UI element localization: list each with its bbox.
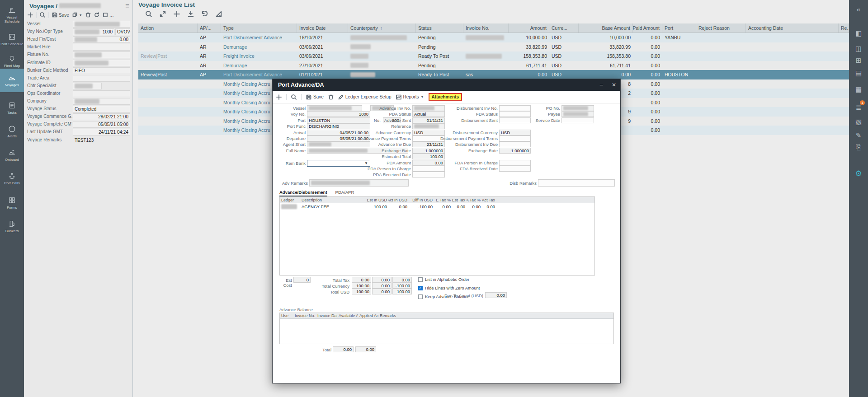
column-header-apar[interactable]: AP/... xyxy=(198,23,221,33)
invoice-type-link[interactable]: Demurrage xyxy=(223,63,247,68)
field-fda-received-date-input[interactable] xyxy=(499,166,531,172)
field-value[interactable]: Completed xyxy=(73,106,130,112)
voyages-toolbar-plus-button[interactable] xyxy=(28,12,33,18)
column-header-invoice_date[interactable]: Invoice Date xyxy=(297,23,348,33)
voyages-toolbar-layers-button[interactable]: ▼ xyxy=(72,12,82,18)
due-to-agent-input[interactable]: 0.00 xyxy=(485,292,507,298)
field-value[interactable] xyxy=(73,60,130,66)
column-header-status[interactable]: Status xyxy=(416,23,463,33)
settings-gear-icon[interactable]: ⚙ xyxy=(849,168,868,179)
invoice-type-link[interactable]: Monthly Closing Accru xyxy=(223,127,270,133)
invoice-toolbar-undo-button[interactable] xyxy=(202,11,208,17)
table-row[interactable]: ARDemurrage27/10/2021Pending61,711.41USD… xyxy=(138,61,849,70)
field-value[interactable]: 05/05/21 05:00 xyxy=(73,121,130,128)
field-value[interactable]: 1000 xyxy=(73,28,114,35)
column-header-reject_reason[interactable]: Reject Reason xyxy=(696,23,746,33)
dialog-toolbar-reports-button[interactable]: Reports▼ xyxy=(396,94,424,100)
table-row[interactable]: ARDemurrage03/06/2021Pending33,820.99USD… xyxy=(138,42,849,52)
dashboard-icon[interactable]: ⊞ xyxy=(849,55,868,66)
voyages-toolbar-save-button[interactable]: Save xyxy=(52,12,69,18)
close-button[interactable]: ✕ xyxy=(608,82,620,88)
invoice-toolbar-ruler-button[interactable] xyxy=(216,11,222,17)
report-icon[interactable]: ▤ xyxy=(849,68,868,79)
invoice-toolbar-resize-button[interactable] xyxy=(160,11,166,17)
voyages-toolbar-search-button[interactable] xyxy=(40,12,45,18)
tasks-badge-icon[interactable]: ≣1 xyxy=(849,102,868,113)
field-pda-received-date-input[interactable] xyxy=(412,172,445,177)
dialog-toolbar-save-button[interactable]: Save xyxy=(306,94,324,100)
analytics-icon[interactable]: ◫ xyxy=(849,43,868,54)
field-reference-input[interactable] xyxy=(412,123,445,129)
documents-icon[interactable]: ▧ xyxy=(849,117,868,127)
voyages-toolbar-trash-button[interactable] xyxy=(85,12,91,18)
field-value[interactable] xyxy=(73,51,130,58)
voyages-toolbar-refresh-button[interactable] xyxy=(94,12,99,18)
field-service-date-input[interactable] xyxy=(561,117,594,123)
tab-advance-disbursement[interactable]: Advance/Disbursement xyxy=(279,190,327,196)
sidebar-item-port-calls[interactable]: Port Calls xyxy=(0,167,24,190)
dialog-toolbar-trash-button[interactable] xyxy=(328,94,334,100)
sidebar-item-bunkers[interactable]: Bunkers xyxy=(0,215,24,238)
column-header-counterparty[interactable]: Counterparty↑ xyxy=(348,23,416,33)
column-header-paid_amount[interactable]: Paid Amount xyxy=(633,23,662,33)
field-disbursement-payment-terms-input[interactable] xyxy=(499,135,531,141)
invoice-type-link[interactable]: Monthly Closing Accru xyxy=(223,118,270,124)
dialog-toolbar-attachments-button[interactable]: Attachments xyxy=(429,93,462,101)
table-row[interactable]: APPort Disbursement Advance18/10/2021Pen… xyxy=(138,33,849,42)
column-header-invoice_no[interactable]: Invoice No. xyxy=(463,23,509,33)
field-value[interactable]: 0.00 xyxy=(73,36,130,43)
field-value[interactable] xyxy=(73,90,130,97)
table-icon[interactable]: ▦ xyxy=(849,84,868,95)
field-value[interactable]: FIFO xyxy=(73,67,130,74)
column-header-action[interactable]: Action xyxy=(138,23,198,33)
field-value[interactable] xyxy=(73,21,130,28)
ledger-row[interactable]: AGENCY FEE100.000.00-100.000.000.000.000… xyxy=(280,203,594,210)
collapse-panel-icon[interactable]: « xyxy=(849,4,868,14)
field-po-no--input[interactable] xyxy=(561,105,594,111)
field-exchange-rate-input[interactable]: 1.000000 xyxy=(499,148,531,154)
dialog-toolbar-ledger-expense-setup-button[interactable]: Ledger Expense Setup xyxy=(338,94,392,100)
invoice-type-link[interactable]: Port Disbursement Advance xyxy=(223,72,282,77)
menu-icon[interactable]: ≡ xyxy=(125,2,129,9)
dialog-toolbar-search-button[interactable] xyxy=(291,94,297,100)
field-value[interactable]: TEST123 xyxy=(73,137,130,144)
field-value[interactable]: 28/02/21 21:00 xyxy=(73,113,130,120)
adv-remarks-input[interactable] xyxy=(309,179,409,187)
field-payee-input[interactable] xyxy=(561,111,594,117)
field-value[interactable]: 24/11/21 04:24 xyxy=(73,129,130,135)
rem-bank-select[interactable]: ▼ xyxy=(307,160,370,167)
field-disbursement-inv-due-input[interactable] xyxy=(499,141,531,147)
sidebar-item-vessel-schedule[interactable]: Vessel Schedule xyxy=(0,4,24,26)
copy-icon[interactable]: ⎘ xyxy=(849,142,868,153)
sidebar-item-voyages[interactable]: Voyages xyxy=(0,69,24,92)
sidebar-item-port-schedule[interactable]: Port Schedule xyxy=(0,28,24,51)
column-header-base_amount[interactable]: Base Amount xyxy=(579,23,633,33)
invoice-toolbar-download-button[interactable] xyxy=(188,11,194,17)
est-cost-input[interactable]: 0 xyxy=(293,277,311,283)
field-value[interactable] xyxy=(73,75,130,82)
invoice-type-link[interactable]: Monthly Closing Accru xyxy=(223,109,270,114)
field-value[interactable] xyxy=(73,44,130,51)
action-link-post[interactable]: Post xyxy=(157,72,167,77)
column-header-currency[interactable]: Curre... xyxy=(549,23,579,33)
column-header-re[interactable]: Re... xyxy=(839,23,849,33)
action-link-review[interactable]: Review xyxy=(141,72,156,77)
invoice-type-link[interactable]: Port Disbursement Advance xyxy=(223,35,282,40)
invoice-type-link[interactable]: Demurrage xyxy=(223,44,247,50)
invoice-type-link[interactable]: Freight Invoice xyxy=(223,53,255,59)
disb-remarks-input[interactable] xyxy=(538,179,615,187)
voyages-toolbar-ellipsis-button[interactable]: … xyxy=(103,12,114,18)
sidebar-item-onboard[interactable]: Onboard xyxy=(0,144,24,166)
invoice-type-link[interactable]: Monthly Closing Accru xyxy=(223,100,270,105)
checkbox-hide-lines-with-zero-amount[interactable]: ✓Hide Lines with Zero Amount xyxy=(418,285,480,290)
field-estimated-total-input[interactable]: 100.00 xyxy=(412,154,445,159)
invoice-type-link[interactable]: Monthly Closing Accru xyxy=(223,81,270,87)
sidebar-item-forms[interactable]: Forms xyxy=(0,191,24,214)
field-disbursement-currency-input[interactable]: USD xyxy=(499,130,531,135)
field-value[interactable] xyxy=(73,83,102,89)
invoice-toolbar-plus-button[interactable] xyxy=(174,11,180,17)
tab-pda-apr[interactable]: PDA/APR xyxy=(335,190,354,196)
column-header-type[interactable]: Type xyxy=(221,23,297,33)
field-opr-type[interactable]: OVOV xyxy=(115,28,130,35)
dialog-toolbar-plus-button[interactable] xyxy=(276,94,282,100)
